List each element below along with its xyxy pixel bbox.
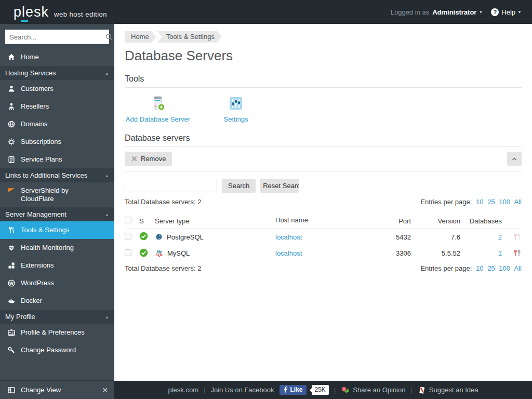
sidebar-item-health-monitoring[interactable]: Health Monitoring <box>0 239 114 257</box>
close-icon[interactable]: ✕ <box>102 386 108 394</box>
remove-cross-icon <box>131 155 138 162</box>
row-checkbox[interactable] <box>125 233 131 240</box>
sidebar-section-hosting-services[interactable]: Hosting Services ▴ <box>0 66 114 80</box>
host-link[interactable]: localhost <box>275 233 302 241</box>
search-input[interactable] <box>5 30 105 44</box>
chevron-up-icon <box>510 155 518 163</box>
sidebar-item-label: Subscriptions <box>21 138 61 146</box>
page-size-100[interactable]: 100 <box>499 198 510 206</box>
table-header-row: S Server type Host name Port Version Dat… <box>125 213 522 229</box>
sidebar-item-wordpress[interactable]: W WordPress <box>0 274 114 292</box>
sidebar-item-change-password[interactable]: Change Password <box>0 341 114 359</box>
sidebar-item-label: Tools & Settings <box>21 226 69 234</box>
blocks-icon <box>7 261 16 270</box>
tools-row: Add Database Server Settings <box>125 95 522 123</box>
settings-button[interactable]: Settings <box>203 95 269 123</box>
chevron-down-icon: ▼ <box>478 10 483 15</box>
mysql-icon: My SQL <box>155 250 164 256</box>
tools-section-heading: Tools <box>125 74 522 88</box>
tool-label: Add Database Server <box>126 115 190 123</box>
collapse-list-button[interactable] <box>507 152 522 166</box>
breadcrumb-home[interactable]: Home <box>125 31 156 43</box>
page-size-25[interactable]: 25 <box>487 264 495 272</box>
col-version[interactable]: Version <box>411 217 460 225</box>
add-database-server-button[interactable]: Add Database Server <box>125 95 191 123</box>
breadcrumb-tools-settings[interactable]: Tools & Settings <box>157 31 222 43</box>
select-all-checkbox[interactable] <box>125 217 131 223</box>
sidebar-item-home[interactable]: Home <box>0 48 114 66</box>
sidebar-item-label: Extensions <box>21 261 54 270</box>
sidebar-section-additional-services[interactable]: Links to Additional Services ▴ <box>0 168 114 182</box>
reset-search-button[interactable]: Reset Search <box>260 179 299 193</box>
sidebar-section-server-management[interactable]: Server Management ▴ <box>0 207 114 221</box>
col-status[interactable]: S <box>139 217 155 225</box>
sidebar-item-tools-settings[interactable]: Tools & Settings <box>0 221 114 239</box>
status-ok-icon <box>139 232 155 242</box>
heart-pulse-icon <box>7 244 16 252</box>
reseller-icon <box>7 102 16 111</box>
page-size-100[interactable]: 100 <box>499 264 510 272</box>
help-icon: ? <box>491 8 499 16</box>
row-checkbox[interactable] <box>125 249 131 256</box>
gear-icon <box>7 138 16 146</box>
page-size-25[interactable]: 25 <box>487 198 495 206</box>
sidebar-item-label: Health Monitoring <box>21 244 74 252</box>
page-size-10[interactable]: 10 <box>476 264 483 272</box>
svg-text:W: W <box>9 281 14 286</box>
user-menu[interactable]: Logged in as Administrator ▼ <box>391 8 483 16</box>
databases-count-link[interactable]: 2 <box>498 233 502 241</box>
col-databases[interactable]: Databases <box>460 217 502 225</box>
webadmin-tools-icon[interactable] <box>502 233 522 242</box>
sidebar-item-extensions[interactable]: Extensions <box>0 257 114 274</box>
totals-row-top: Total Database servers: 2 Entries per pa… <box>125 198 522 206</box>
col-host-name[interactable]: Host name <box>275 216 354 225</box>
page-size-all[interactable]: All <box>514 198 522 206</box>
page-size-10[interactable]: 10 <box>476 198 483 206</box>
facebook-link[interactable]: Join Us on Facebook <box>210 386 274 394</box>
col-server-type[interactable]: Server type <box>155 217 275 225</box>
facebook-like-button[interactable]: Like <box>280 385 307 395</box>
like-count-badge: 25K <box>312 385 329 395</box>
page-size-all[interactable]: All <box>514 264 522 272</box>
sidebar-item-domains[interactable]: Domains <box>0 115 114 133</box>
sidebar-item-service-plans[interactable]: Service Plans <box>0 151 114 168</box>
section-label: Links to Additional Services <box>5 171 87 179</box>
help-menu[interactable]: ? Help ▼ <box>491 8 522 16</box>
plesk-logo[interactable]: plesk web host edition <box>14 5 107 19</box>
host-link[interactable]: localhost <box>275 249 302 257</box>
sidebar-item-resellers[interactable]: Resellers <box>0 98 114 115</box>
sidebar-item-profile-preferences[interactable]: Profile & Preferences <box>0 324 114 341</box>
webadmin-tools-icon[interactable] <box>502 249 522 258</box>
sidebar: Home Hosting Services ▴ Customers Resell… <box>0 24 114 399</box>
section-label: My Profile <box>5 313 35 321</box>
wordpress-icon: W <box>7 279 16 287</box>
sidebar-item-change-view[interactable]: Change View ✕ <box>0 380 114 399</box>
sidebar-item-label: WordPress <box>21 279 54 287</box>
suggest-idea-link[interactable]: Suggest an Idea <box>418 386 478 394</box>
suggest-idea-label: Suggest an Idea <box>429 386 478 394</box>
facebook-f-icon <box>283 387 288 393</box>
breadcrumb: Home Tools & Settings <box>125 31 522 43</box>
filter-input[interactable] <box>125 179 217 192</box>
sidebar-item-docker[interactable]: Docker <box>0 292 114 310</box>
separator: | <box>204 386 205 394</box>
sidebar-item-servershield[interactable]: ServerShield by CloudFlare <box>0 182 114 207</box>
sidebar-section-my-profile[interactable]: My Profile ▴ <box>0 310 114 324</box>
databases-count-link[interactable]: 1 <box>498 249 502 257</box>
search-button[interactable]: Search <box>222 179 256 193</box>
sidebar-item-subscriptions[interactable]: Subscriptions <box>0 133 114 151</box>
col-port[interactable]: Port <box>354 217 411 225</box>
plesk-com-link[interactable]: plesk.com <box>168 386 198 394</box>
database-servers-heading: Database servers <box>125 134 522 147</box>
globe-icon <box>7 120 16 128</box>
share-opinion-link[interactable]: Share an Opinion <box>341 386 405 394</box>
remove-button[interactable]: Remove <box>125 152 172 166</box>
plesk-logo-text: plesk <box>14 5 49 19</box>
sidebar-item-customers[interactable]: Customers <box>0 80 114 98</box>
sidebar-item-label: Profile & Preferences <box>21 328 85 337</box>
id-card-icon <box>7 328 16 337</box>
list-search-row: Search Reset Search <box>125 179 522 193</box>
chevron-up-icon: ▴ <box>105 314 108 320</box>
home-icon <box>7 53 16 61</box>
search-icon[interactable] <box>105 33 113 41</box>
